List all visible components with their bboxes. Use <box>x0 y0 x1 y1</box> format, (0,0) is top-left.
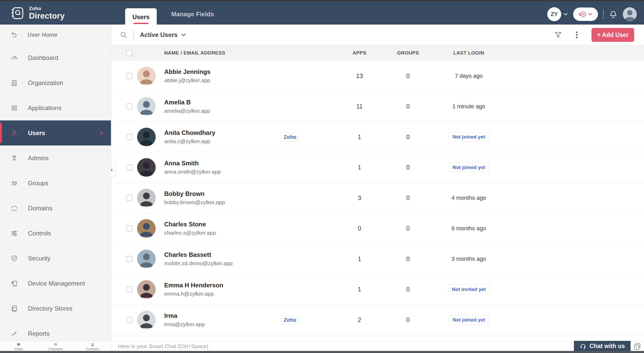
sidebar-item-directory-stores[interactable]: Directory Stores <box>0 296 111 321</box>
list-toolbar: Active Users + Add User <box>111 25 644 45</box>
controls-icon <box>10 229 18 237</box>
table-row[interactable]: Anna Smithanna.smith@zylker.app10Not joi… <box>111 152 644 183</box>
view-selector-dropdown[interactable]: Active Users <box>140 31 186 39</box>
bottom-dock: ChatsChannelsContacts <box>0 341 111 351</box>
row-checkbox[interactable] <box>126 134 132 140</box>
zoho-directory-app: Zoho Directory Users Manage Fields ZY <box>0 0 644 353</box>
user-email: emma.h@zylker.app <box>164 291 332 297</box>
smart-chat-placeholder: Here is your Smart Chat (Ctrl+Space) <box>118 343 208 349</box>
chat-with-us-label: Chat with us <box>589 343 625 350</box>
row-checkbox[interactable] <box>126 103 132 110</box>
user-email: charles.s@zylker.app <box>164 230 332 236</box>
tab-users[interactable]: Users <box>125 8 157 26</box>
dock-item-label: Channels <box>48 347 63 351</box>
channels-icon <box>53 342 58 347</box>
directory-stores-icon <box>10 305 18 312</box>
row-checkbox[interactable] <box>126 286 132 293</box>
chats-icon <box>16 342 21 347</box>
org-switcher[interactable]: ZY <box>547 7 568 21</box>
add-user-button[interactable]: + Add User <box>591 28 634 42</box>
dashboard-icon <box>10 54 18 62</box>
table-row[interactable]: Emma H Hendersonemma.h@zylker.app10Not i… <box>111 274 644 305</box>
sidebar: User Home DashboardOrganizationApplicati… <box>0 25 111 341</box>
sidebar-item-groups[interactable]: Groups <box>0 171 111 196</box>
status-badge: Not joined yet <box>449 132 489 142</box>
chevron-down-icon <box>181 32 186 37</box>
sidebar-item-security[interactable]: Security <box>0 246 111 271</box>
last-login-cell: Not joined yet <box>435 163 503 172</box>
sidebar-item-label: Admins <box>28 155 49 162</box>
sidebar-collapse-handle[interactable] <box>111 163 115 178</box>
trial-menu[interactable] <box>573 7 598 21</box>
dock-item-chats[interactable]: Chats <box>0 341 37 351</box>
last-login-text: 3 months ago <box>452 256 486 262</box>
more-options-icon[interactable] <box>572 30 581 39</box>
apps-count: 11 <box>338 103 381 110</box>
security-icon <box>10 255 18 262</box>
sidebar-item-label: Controls <box>28 230 51 237</box>
sidebar-item-dashboard[interactable]: Dashboard <box>0 45 111 70</box>
apps-count: 0 <box>338 225 381 232</box>
user-name: Anna Smith <box>164 160 332 167</box>
sidebar-item-label: Reports <box>28 330 50 337</box>
table-row[interactable]: Charles Stonecharles.s@zylker.app006 mon… <box>111 213 644 244</box>
sidebar-user-home[interactable]: User Home <box>0 25 111 45</box>
search-icon[interactable] <box>120 31 128 39</box>
notifications-bell-icon[interactable] <box>609 10 618 19</box>
table-row[interactable]: Bobby Brownbobby.brown@zylker.app304 mon… <box>111 183 644 213</box>
user-table-body: Abbie Jenningsabbie.j@zylker.app1307 day… <box>111 61 644 341</box>
sidebar-item-label: Device Management <box>28 280 85 287</box>
smart-chat-bar[interactable]: Here is your Smart Chat (Ctrl+Space) Cha… <box>111 341 644 351</box>
user-name: Anita Chowdhary <box>164 129 332 136</box>
table-row[interactable] <box>111 335 644 341</box>
filter-icon[interactable] <box>554 30 563 39</box>
dock-item-contacts[interactable]: Contacts <box>74 341 111 351</box>
user-email: anita.c@zylker.app <box>164 138 332 144</box>
select-all-checkbox[interactable] <box>126 50 132 56</box>
name-email-cell: Bobby Brownbobby.brown@zylker.app <box>164 190 338 205</box>
table-row[interactable]: Anita Chowdharyanita.c@zylker.appZoho10N… <box>111 122 644 152</box>
sidebar-item-domains[interactable]: wwwDomains <box>0 196 111 221</box>
sidebar-item-organization[interactable]: Organization <box>0 70 111 95</box>
row-checkbox[interactable] <box>126 195 132 201</box>
sidebar-item-applications[interactable]: Applications <box>0 95 111 120</box>
row-checkbox[interactable] <box>126 225 132 232</box>
sidebar-item-users[interactable]: Users <box>0 120 111 145</box>
view-selector-label: Active Users <box>140 31 177 39</box>
last-login-cell: 7 days ago <box>435 73 503 79</box>
tab-manage-fields-label: Manage Fields <box>171 11 214 18</box>
user-email: anna.smith@zylker.app <box>164 169 332 175</box>
chevron-right-icon <box>99 130 104 136</box>
profile-avatar[interactable] <box>623 7 637 21</box>
last-login-text: 1 minute ago <box>452 103 485 110</box>
groups-count: 0 <box>381 225 435 232</box>
table-row[interactable]: Abbie Jenningsabbie.j@zylker.app1307 day… <box>111 61 644 91</box>
table-row[interactable]: Irmairma@zylker.appZoho20Not joined yet <box>111 305 644 335</box>
table-row[interactable]: Charles Bassettmobile.zd.demo@zylker.app… <box>111 244 644 274</box>
stacked-windows-icon[interactable] <box>633 342 641 350</box>
name-email-cell: Abbie Jenningsabbie.j@zylker.app <box>164 68 338 83</box>
sidebar-item-controls[interactable]: Controls <box>0 221 111 246</box>
row-checkbox[interactable] <box>126 164 132 171</box>
last-login-cell: Not invited yet <box>435 285 503 294</box>
status-badge: Not joined yet <box>449 315 489 325</box>
window-top-edge <box>0 0 644 1</box>
groups-count: 0 <box>381 316 435 324</box>
row-checkbox[interactable] <box>126 317 132 323</box>
brand[interactable]: Zoho Directory <box>0 6 111 20</box>
sidebar-item-reports[interactable]: Reports <box>0 321 111 341</box>
applications-icon <box>10 104 18 112</box>
sidebar-user-home-label: User Home <box>27 32 57 38</box>
dock-item-channels[interactable]: Channels <box>37 341 74 351</box>
chat-with-us-button[interactable]: Chat with us <box>574 341 631 351</box>
last-login-cell: 3 months ago <box>435 256 503 262</box>
table-row[interactable]: Amelia Bamelia@zylker.app1101 minute ago <box>111 91 644 122</box>
sidebar-item-admins[interactable]: Admins <box>0 145 111 171</box>
tab-manage-fields[interactable]: Manage Fields <box>171 3 214 26</box>
row-checkbox[interactable] <box>126 256 132 262</box>
sidebar-item-label: Users <box>28 129 45 137</box>
navbar-right-cluster: ZY <box>547 3 637 26</box>
row-checkbox[interactable] <box>126 73 132 79</box>
last-login-text: 6 months ago <box>452 225 486 232</box>
sidebar-item-device-management[interactable]: Device Management <box>0 271 111 296</box>
